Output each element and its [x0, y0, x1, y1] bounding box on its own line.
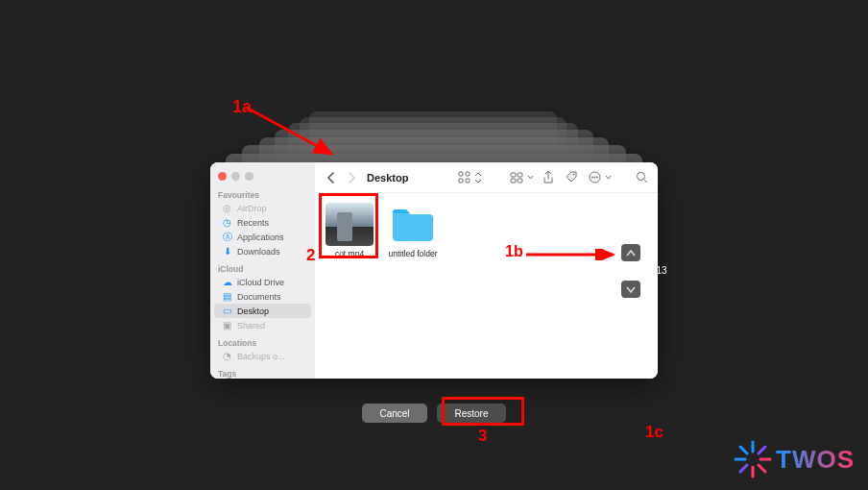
- svg-rect-1: [466, 172, 470, 176]
- group-button[interactable]: [508, 169, 525, 186]
- back-button[interactable]: [323, 168, 338, 187]
- svg-rect-0: [459, 172, 463, 176]
- minimize-icon[interactable]: [231, 172, 240, 181]
- sidebar-item-label: AirDrop: [237, 204, 267, 213]
- timeline-timestamp: Today, 03:13: [613, 265, 667, 276]
- timeline-up-button[interactable]: [621, 244, 640, 261]
- action-bar: Cancel Restore: [0, 404, 868, 423]
- svg-point-8: [572, 174, 574, 176]
- svg-line-21: [740, 447, 747, 453]
- group-icon: [510, 172, 523, 184]
- sidebar-item-desktop[interactable]: ▭ Desktop: [214, 304, 311, 318]
- sidebar-item-documents[interactable]: ▤ Documents: [214, 289, 311, 304]
- svg-point-12: [596, 177, 598, 179]
- svg-point-11: [593, 177, 595, 179]
- location-title: Desktop: [367, 172, 408, 184]
- finder-window: Favourites ◎ AirDrop ◷ Recents Ⓐ Applica…: [210, 162, 658, 379]
- sidebar-section-favourites: Favourites: [210, 188, 315, 201]
- tag-icon: [566, 171, 578, 184]
- file-grid[interactable]: cot.mp4 untitled folder: [315, 193, 658, 379]
- restore-button[interactable]: Restore: [437, 404, 506, 423]
- chevron-up-icon: [626, 250, 636, 257]
- file-name-label: cot.mp4: [335, 249, 364, 258]
- search-icon: [636, 171, 648, 184]
- desktop-icon: ▭: [222, 306, 232, 316]
- cloud-icon: ☁: [222, 277, 232, 287]
- sidebar-item-label: Downloads: [237, 247, 280, 257]
- sidebar-section-tags: Tags: [210, 367, 315, 379]
- sidebar-section-icloud: iCloud: [210, 262, 315, 275]
- burst-icon: [732, 438, 774, 480]
- share-icon: [542, 171, 554, 184]
- logo-text: TWOS: [776, 445, 855, 475]
- sidebar-item-label: Desktop: [237, 306, 269, 316]
- airdrop-icon: ◎: [222, 203, 232, 213]
- view-dropdown-button[interactable]: [473, 169, 483, 186]
- svg-rect-2: [459, 179, 463, 183]
- tag-button[interactable]: [563, 169, 580, 186]
- sidebar-item-label: Applications: [237, 233, 284, 242]
- ellipsis-circle-icon: [589, 171, 601, 184]
- close-icon[interactable]: [218, 172, 227, 181]
- main-pane: Desktop: [315, 162, 658, 379]
- sidebar-item-label: Recents: [237, 218, 269, 228]
- sidebar-item-backups[interactable]: ◔ Backups o...: [214, 349, 311, 363]
- timeline-down-button[interactable]: [621, 281, 640, 298]
- applications-icon: Ⓐ: [222, 232, 232, 242]
- svg-rect-6: [511, 179, 516, 183]
- sidebar-item-label: iCloud Drive: [237, 278, 284, 287]
- action-dropdown-button[interactable]: [604, 169, 612, 186]
- svg-line-23: [759, 447, 765, 453]
- svg-rect-5: [518, 173, 522, 177]
- sidebar-item-recents[interactable]: ◷ Recents: [214, 215, 311, 230]
- sidebar-item-airdrop[interactable]: ◎ AirDrop: [214, 201, 311, 215]
- disk-icon: ◔: [222, 351, 232, 361]
- svg-rect-3: [466, 179, 470, 183]
- watermark-logo: TWOS: [724, 434, 862, 484]
- file-item[interactable]: cot.mp4: [325, 203, 374, 258]
- annotation-label-1c: 1c: [645, 423, 663, 442]
- action-button[interactable]: [586, 169, 603, 186]
- toolbar: Desktop: [315, 162, 658, 193]
- shared-icon: ▣: [222, 320, 232, 331]
- chevron-down-icon: [605, 175, 612, 180]
- sidebar-item-label: Shared: [237, 321, 265, 331]
- share-button[interactable]: [540, 169, 557, 186]
- annotation-label-1a: 1a: [232, 97, 252, 117]
- cancel-button[interactable]: Cancel: [362, 404, 427, 423]
- grid-icon: [458, 171, 470, 184]
- chevron-left-icon: [326, 172, 335, 184]
- fullscreen-icon[interactable]: [245, 172, 253, 181]
- group-dropdown-button[interactable]: [526, 169, 534, 186]
- file-name-label: untitled folder: [388, 249, 437, 258]
- annotation-label-3: 3: [478, 427, 487, 446]
- chevron-down-icon: [626, 286, 636, 293]
- clock-icon: ◷: [222, 217, 232, 228]
- sidebar-item-iclouddrive[interactable]: ☁ iCloud Drive: [214, 275, 311, 289]
- chevron-down-icon: [527, 175, 534, 180]
- search-button[interactable]: [633, 169, 650, 186]
- downloads-icon: ⬇: [222, 246, 232, 257]
- svg-point-13: [637, 173, 644, 181]
- sidebar-item-label: Backups o...: [237, 352, 285, 361]
- chevron-updown-icon: [474, 173, 482, 183]
- window-controls: [210, 168, 315, 188]
- forward-button[interactable]: [344, 168, 359, 187]
- svg-line-24: [740, 465, 747, 472]
- sidebar: Favourites ◎ AirDrop ◷ Recents Ⓐ Applica…: [210, 162, 315, 379]
- folder-icon: [389, 203, 437, 246]
- sidebar-item-applications[interactable]: Ⓐ Applications: [214, 230, 311, 244]
- video-thumbnail: [326, 203, 374, 246]
- sidebar-item-shared[interactable]: ▣ Shared: [214, 318, 311, 332]
- sidebar-item-downloads[interactable]: ⬇ Downloads: [214, 244, 311, 258]
- view-mode-button[interactable]: [455, 169, 472, 186]
- sidebar-item-label: Documents: [237, 292, 281, 302]
- document-icon: ▤: [222, 291, 232, 302]
- svg-rect-4: [511, 173, 516, 177]
- sidebar-section-locations: Locations: [210, 336, 315, 349]
- chevron-right-icon: [348, 172, 356, 184]
- svg-line-22: [759, 465, 765, 472]
- file-item[interactable]: untitled folder: [388, 203, 438, 258]
- svg-rect-7: [518, 179, 522, 183]
- svg-point-10: [591, 177, 593, 179]
